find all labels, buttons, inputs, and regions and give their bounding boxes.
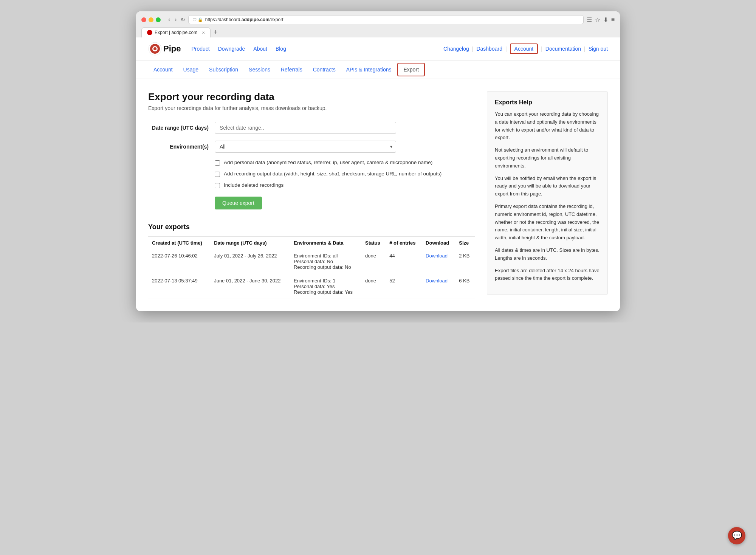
- top-nav: Pipe Product Downgrade About Blog Change…: [136, 37, 620, 60]
- nav-signout[interactable]: Sign out: [589, 46, 608, 52]
- subnav-sessions[interactable]: Sessions: [243, 62, 276, 77]
- security-icons: 🛡 🔒: [192, 17, 203, 22]
- subnav-usage[interactable]: Usage: [178, 62, 204, 77]
- traffic-lights: [141, 17, 161, 22]
- checkbox-personal-data[interactable]: [215, 160, 220, 166]
- logo[interactable]: Pipe: [148, 42, 181, 56]
- queue-export-button[interactable]: Queue export: [215, 197, 262, 209]
- checkbox-section: Add personal data (anonymized status, re…: [215, 160, 475, 188]
- download-link-1[interactable]: Download: [426, 278, 448, 284]
- top-nav-right: Changelog | Dashboard | Account | Docume…: [443, 43, 608, 54]
- top-nav-links: Product Downgrade About Blog: [191, 46, 286, 52]
- nav-divider-2: |: [505, 46, 507, 52]
- subnav-subscription[interactable]: Subscription: [204, 62, 243, 77]
- checkbox-personal-data-row: Add personal data (anonymized status, re…: [215, 160, 475, 166]
- subnav-contracts[interactable]: Contracts: [308, 62, 341, 77]
- cell-download[interactable]: Download: [422, 249, 455, 274]
- subnav-account[interactable]: Account: [148, 62, 178, 77]
- help-sidebar: Exports Help You can export your recordi…: [487, 91, 608, 295]
- nav-downgrade[interactable]: Downgrade: [218, 46, 245, 52]
- logo-icon: [148, 42, 162, 56]
- logo-text: Pipe: [163, 44, 181, 54]
- help-paragraph: You can export your recording data by ch…: [495, 110, 600, 142]
- checkbox-deleted-recordings-label: Include deleted recordings: [224, 182, 284, 188]
- checkbox-deleted-recordings-row: Include deleted recordings: [215, 182, 475, 188]
- tab-close-button[interactable]: ✕: [202, 31, 205, 35]
- nav-dashboard[interactable]: Dashboard: [476, 46, 502, 52]
- cell-status: done: [361, 274, 386, 299]
- nav-divider-4: |: [584, 46, 586, 52]
- cell-download[interactable]: Download: [422, 274, 455, 299]
- col-download: Download: [422, 237, 455, 249]
- nav-documentation[interactable]: Documentation: [545, 46, 581, 52]
- date-range-input[interactable]: [215, 122, 396, 134]
- maximize-button[interactable]: [156, 17, 161, 22]
- tab-title: Export | addpipe.com: [155, 30, 197, 35]
- date-range-label: Date range (UTC days): [148, 122, 209, 131]
- table-row: 2022-07-13 05:37:49 June 01, 2022 - June…: [148, 274, 475, 299]
- bookmark-icon[interactable]: ☰: [587, 16, 592, 23]
- cell-status: done: [361, 249, 386, 274]
- menu-icon[interactable]: ≡: [611, 16, 615, 23]
- minimize-button[interactable]: [149, 17, 153, 22]
- cell-entries: 44: [386, 249, 422, 274]
- subnav-export[interactable]: Export: [397, 63, 424, 76]
- subnav-referrals[interactable]: Referrals: [276, 62, 308, 77]
- environments-select-wrap: All ▾: [215, 141, 396, 153]
- reload-button[interactable]: ↻: [181, 16, 185, 24]
- forward-button[interactable]: ›: [173, 16, 178, 24]
- cell-created-at: 2022-07-13 05:37:49: [148, 274, 210, 299]
- exports-title: Your exports: [148, 223, 475, 231]
- download-icon[interactable]: ⬇: [603, 16, 608, 23]
- nav-about[interactable]: About: [253, 46, 267, 52]
- col-status: Status: [361, 237, 386, 249]
- sub-nav: Account Usage Subscription Sessions Refe…: [136, 60, 620, 79]
- nav-divider-3: |: [541, 46, 542, 52]
- checkbox-personal-data-label: Add personal data (anonymized status, re…: [224, 160, 432, 165]
- cell-date-range: June 01, 2022 - June 30, 2022: [210, 274, 290, 299]
- address-bar[interactable]: 🛡 🔒 https://dashboard.addpipe.com/export: [188, 15, 584, 24]
- cell-environments: Environment IDs: allPersonal data: NoRec…: [290, 249, 361, 274]
- help-title: Exports Help: [495, 99, 600, 106]
- nav-account[interactable]: Account: [510, 43, 538, 54]
- cell-entries: 52: [386, 274, 422, 299]
- checkbox-output-data-label: Add recording output data (width, height…: [224, 171, 442, 177]
- nav-changelog[interactable]: Changelog: [443, 46, 469, 52]
- col-date-range: Date range (UTC days): [210, 237, 290, 249]
- export-form: Date range (UTC days) Environment(s) All…: [148, 122, 475, 209]
- environments-select[interactable]: All: [215, 141, 396, 153]
- cell-size: 2 KB: [455, 249, 475, 274]
- page-subtitle: Export your recordings data for further …: [148, 105, 475, 111]
- star-icon[interactable]: ☆: [595, 16, 600, 23]
- browser-toolbar-right: ☰ ☆ ⬇ ≡: [587, 16, 615, 23]
- col-entries: # of entries: [386, 237, 422, 249]
- download-link-0[interactable]: Download: [426, 253, 448, 259]
- col-created-at: Created at (UTC time): [148, 237, 210, 249]
- nav-blog[interactable]: Blog: [276, 46, 286, 52]
- back-button[interactable]: ‹: [167, 16, 172, 24]
- close-button[interactable]: [141, 17, 146, 22]
- col-size: Size: [455, 237, 475, 249]
- address-url: https://dashboard.addpipe.com/export: [205, 17, 579, 22]
- help-paragraph: All dates & times are in UTC. Sizes are …: [495, 246, 600, 262]
- cell-environments: Environment IDs: 1Personal data: YesReco…: [290, 274, 361, 299]
- cell-date-range: July 01, 2022 - July 26, 2022: [210, 249, 290, 274]
- page-title: Export your recording data: [148, 91, 475, 103]
- active-tab[interactable]: Export | addpipe.com ✕: [141, 27, 211, 37]
- nav-divider-1: |: [472, 46, 474, 52]
- checkbox-deleted-recordings[interactable]: [215, 183, 220, 188]
- new-tab-button[interactable]: +: [211, 28, 221, 36]
- table-row: 2022-07-26 10:46:02 July 01, 2022 - July…: [148, 249, 475, 274]
- help-content: You can export your recording data by ch…: [495, 110, 600, 282]
- cell-size: 6 KB: [455, 274, 475, 299]
- subnav-apis[interactable]: APIs & Integrations: [341, 62, 397, 77]
- checkbox-output-data[interactable]: [215, 172, 220, 177]
- nav-product[interactable]: Product: [191, 46, 209, 52]
- tab-favicon: [147, 30, 152, 35]
- exports-section: Your exports Created at (UTC time) Date …: [148, 223, 475, 299]
- help-paragraph: You will be notified by email when the e…: [495, 175, 600, 198]
- date-range-row: Date range (UTC days): [148, 122, 475, 134]
- environments-label: Environment(s): [148, 141, 209, 150]
- environments-row: Environment(s) All ▾: [148, 141, 475, 153]
- help-paragraph: Export files are deleted after 14 x 24 h…: [495, 267, 600, 283]
